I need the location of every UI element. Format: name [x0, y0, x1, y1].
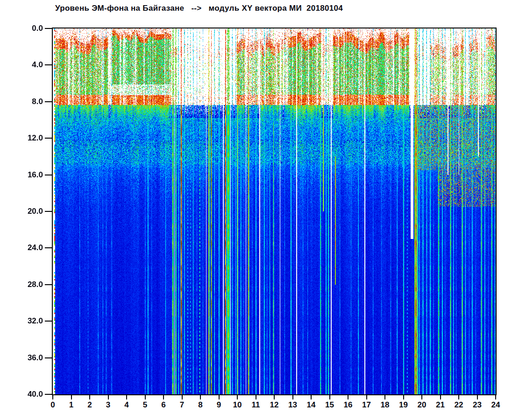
y-tick-label: 8.0: [1, 97, 43, 106]
y-tick: [45, 101, 52, 102]
x-tick-label: 14: [301, 400, 321, 410]
plot-frame: [52, 28, 497, 395]
y-tick-label: 12.0: [1, 133, 43, 143]
x-tick-label: 19: [393, 400, 414, 410]
x-tick: [384, 395, 385, 399]
x-tick-label: 10: [227, 400, 248, 410]
page: { "chart_data": { "type": "heatmap", "su…: [0, 0, 512, 420]
x-tick: [237, 395, 238, 399]
y-tick-label: 0.0: [1, 24, 43, 33]
x-tick: [163, 395, 164, 399]
x-tick: [311, 395, 312, 399]
chart-title: Уровень ЭМ-фона на Байгазане --> модуль …: [55, 4, 343, 13]
x-tick-label: 21: [430, 400, 451, 410]
x-tick-label: 17: [356, 400, 377, 410]
y-tick: [45, 321, 52, 322]
x-tick: [126, 395, 127, 399]
y-tick-label: 32.0: [1, 316, 43, 326]
x-tick-label: 20: [412, 400, 432, 410]
x-tick: [108, 395, 109, 399]
x-tick-label: 13: [283, 400, 303, 410]
y-tick: [45, 64, 52, 65]
x-tick-label: 8: [190, 400, 211, 410]
y-tick-label: 40.0: [1, 390, 43, 399]
x-tick: [200, 395, 201, 399]
x-tick: [421, 395, 422, 399]
spectrogram-canvas: [53, 28, 496, 394]
x-tick: [182, 395, 183, 399]
y-tick: [45, 284, 52, 285]
x-tick-label: 1: [61, 400, 82, 410]
y-tick-label: 28.0: [1, 280, 43, 289]
x-tick-label: 11: [246, 400, 266, 410]
x-tick: [348, 395, 348, 399]
x-tick: [256, 395, 256, 399]
x-tick-label: 0: [43, 400, 63, 410]
y-tick-label: 24.0: [1, 243, 43, 252]
y-tick-label: 4.0: [1, 60, 43, 70]
y-tick: [45, 138, 52, 139]
y-tick: [45, 211, 52, 212]
x-tick: [495, 395, 496, 399]
x-tick-label: 5: [135, 400, 156, 410]
x-tick: [440, 395, 441, 399]
x-tick-label: 4: [116, 400, 137, 410]
x-tick: [145, 395, 146, 399]
x-tick-label: 15: [320, 400, 340, 410]
x-tick-label: 24: [485, 400, 506, 410]
x-tick: [71, 395, 72, 399]
x-tick-label: 6: [153, 400, 174, 410]
x-tick-label: 9: [209, 400, 229, 410]
y-tick-label: 36.0: [1, 353, 43, 363]
x-tick: [274, 395, 275, 399]
x-tick-label: 23: [467, 400, 488, 410]
y-tick: [45, 394, 52, 395]
x-tick: [458, 395, 459, 399]
x-tick-label: 7: [172, 400, 192, 410]
x-tick-label: 3: [98, 400, 119, 410]
x-tick: [89, 395, 90, 399]
y-tick-label: 20.0: [1, 207, 43, 216]
x-tick: [403, 395, 404, 399]
x-tick: [329, 395, 330, 399]
x-tick: [477, 395, 478, 399]
y-tick: [45, 247, 52, 248]
x-tick-label: 2: [79, 400, 100, 410]
x-tick: [366, 395, 367, 399]
x-tick: [219, 395, 220, 399]
x-tick-label: 18: [375, 400, 395, 410]
y-tick: [45, 28, 52, 29]
x-tick-label: 12: [264, 400, 284, 410]
x-tick-label: 22: [448, 400, 469, 410]
y-tick: [45, 357, 52, 358]
x-tick-label: 16: [338, 400, 358, 410]
y-tick-label: 16.0: [1, 170, 43, 180]
y-tick: [45, 175, 52, 175]
x-tick: [292, 395, 293, 399]
x-tick: [52, 395, 53, 399]
